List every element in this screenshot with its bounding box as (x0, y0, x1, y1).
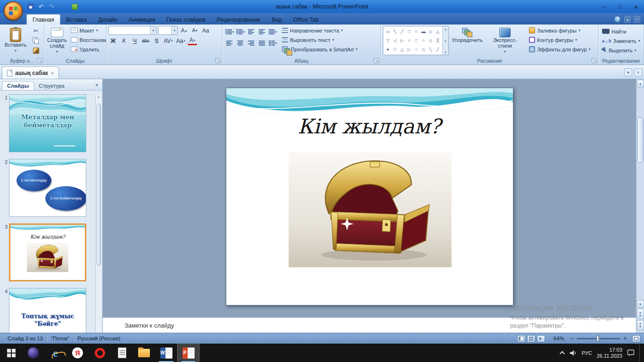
change-case-button[interactable]: Aa▾ (175, 36, 186, 45)
tab-animation[interactable]: Анимация (123, 15, 161, 25)
normal-view-button[interactable] (517, 335, 525, 342)
shape-glyph[interactable]: ● (387, 47, 389, 52)
shape-glyph[interactable]: ◇ (422, 47, 425, 52)
scroll-down-button[interactable]: ▼ (637, 300, 644, 308)
convert-smartart-button[interactable]: Преобразовать в SmartArt ▾ (281, 45, 359, 54)
shape-glyph[interactable]: ▭ (386, 29, 390, 34)
vertical-scrollbar[interactable]: ▲ ▼ ▲▲ ▼▼ (636, 79, 644, 333)
shape-glyph[interactable]: ╲ (429, 47, 432, 52)
shape-glyph[interactable]: ◁ (393, 38, 396, 43)
increase-indent-button[interactable] (257, 27, 267, 36)
office-tab-addin-icon[interactable] (72, 4, 78, 10)
shapes-gallery-scrollbar[interactable]: ▴ ▾ ▾ (442, 26, 448, 55)
taskbar-app-internet-explorer[interactable]: e (44, 344, 66, 362)
zoom-slider-thumb[interactable] (596, 336, 600, 342)
align-text-button[interactable]: Выровнять текст ▾ (281, 35, 359, 44)
shape-glyph[interactable]: △ (400, 47, 404, 52)
shape-glyph[interactable]: ╱ (401, 29, 403, 34)
copy-button[interactable] (31, 36, 41, 45)
scrollbar-track[interactable] (636, 88, 644, 300)
zoom-in-button[interactable]: + (622, 335, 628, 342)
font-dialog-launcher[interactable]: ↘ (215, 58, 221, 63)
slide-sorter-view-button[interactable] (527, 335, 535, 342)
tab-design[interactable]: Дизайн (92, 15, 123, 25)
fit-slide-to-window-button[interactable] (632, 335, 640, 342)
next-slide-button[interactable]: ▼▼ (637, 320, 644, 330)
shapes-scroll-up-icon[interactable]: ▴ (445, 27, 446, 31)
current-slide[interactable]: Кім жылдам? (226, 88, 513, 305)
layout-button[interactable]: Макет ▾ (69, 26, 107, 35)
italic-button[interactable]: К (119, 36, 129, 45)
treasure-chest-image[interactable] (288, 152, 453, 267)
shape-fill-button[interactable]: Заливка фигуры ▾ (528, 26, 592, 35)
maximize-button[interactable]: □ (612, 0, 628, 13)
taskbar-app-notepad[interactable] (111, 344, 133, 362)
taskbar-app-browser-ball[interactable] (22, 344, 44, 362)
shape-glyph[interactable]: □ (408, 29, 410, 34)
replace-button[interactable]: a↔b Заменить ▾ (601, 36, 642, 45)
slide-2-thumbnail[interactable]: 1-топ Металдар 2-топ Бейметалдар (9, 159, 86, 217)
tab-review[interactable]: Рецензирование (211, 15, 266, 25)
redo-button[interactable]: ↷ (47, 2, 56, 11)
shape-glyph[interactable]: ◇ (429, 38, 432, 43)
delete-slide-button[interactable]: × Удалить (69, 45, 107, 54)
line-spacing-button[interactable]: ▾ (268, 27, 278, 36)
slide-4-thumbnail[interactable]: Топтық жұмыс "Бәйге" (9, 288, 86, 333)
shape-glyph[interactable]: □ (394, 47, 396, 52)
slide-title-placeholder[interactable]: Кім жылдам? (226, 115, 513, 138)
format-painter-button[interactable] (31, 46, 41, 55)
shape-effects-button[interactable]: Эффекты для фигур ▾ (528, 45, 592, 54)
zoom-level[interactable]: 64% (552, 336, 566, 341)
bold-button[interactable]: Ж (108, 36, 118, 45)
zoom-slider[interactable] (577, 338, 620, 339)
shapes-scroll-down-icon[interactable]: ▾ (445, 39, 446, 42)
grow-font-button[interactable]: А▴ (179, 26, 189, 35)
pane-close-icon[interactable]: × (93, 82, 100, 90)
scroll-up-button[interactable]: ▲ (637, 80, 644, 87)
pane-scrollbar-thumb[interactable] (97, 104, 101, 265)
font-size-combo[interactable]: ▾ (158, 26, 178, 35)
doctab-close-button[interactable]: × (634, 68, 642, 76)
paste-button[interactable]: Вставить ▾ (2, 26, 29, 57)
drawing-dialog-launcher[interactable]: ↘ (592, 58, 597, 63)
character-spacing-button[interactable]: AV▾ (163, 36, 174, 45)
zoom-out-button[interactable]: − (568, 335, 575, 342)
shape-glyph[interactable]: □ (415, 38, 417, 43)
clipboard-dialog-launcher[interactable]: ↘ (37, 58, 42, 63)
bullets-button[interactable]: ▾ (224, 27, 234, 36)
paragraph-dialog-launcher[interactable]: ↘ (374, 58, 379, 63)
quick-styles-button[interactable]: Экспресс-стили ▾ (486, 26, 524, 57)
slide-canvas[interactable]: Кім жылдам? (103, 79, 636, 317)
start-button[interactable] (0, 344, 22, 362)
shape-glyph[interactable]: ☆ (414, 47, 418, 52)
tab-insert[interactable]: Вставка (60, 15, 93, 25)
qat-customize-button[interactable]: ▾ (58, 2, 66, 11)
slide-1-thumbnail[interactable]: Металдар мен бейметалдар (9, 94, 86, 152)
tab-slides[interactable]: Слайды (2, 81, 34, 90)
clear-formatting-button[interactable]: Aa (201, 26, 210, 35)
shape-glyph[interactable]: ○ (408, 38, 410, 43)
slide-3-thumbnail-selected[interactable]: Кім жылдам? (9, 223, 86, 281)
shapes-more-icon[interactable]: ▾ (445, 50, 446, 54)
keyboard-language-indicator[interactable]: РУС (582, 350, 592, 356)
numbering-button[interactable]: ▾ (235, 27, 245, 36)
new-slide-button[interactable]: ✶ Создать слайд ▾ (46, 26, 68, 57)
find-button[interactable]: Найти (601, 27, 642, 36)
shape-glyph[interactable]: ▬ (421, 29, 426, 34)
ribbon-options-button[interactable]: ─ (634, 16, 640, 23)
shape-glyph[interactable]: ▽ (386, 38, 389, 43)
close-button[interactable]: × (628, 0, 644, 13)
taskbar-clock[interactable]: 17:03 26.11.2023 (597, 347, 622, 359)
save-button[interactable] (26, 2, 35, 11)
tab-outline[interactable]: Структура (34, 82, 69, 90)
align-right-button[interactable] (246, 39, 256, 48)
taskbar-app-explorer[interactable] (133, 344, 155, 362)
taskbar-app-powerpoint-active[interactable]: P (177, 344, 199, 362)
language-indicator[interactable]: Русский (Россия) (74, 336, 124, 341)
pane-scrollbar[interactable]: ▴ (95, 94, 101, 333)
tab-slideshow[interactable]: Показ слайдов (161, 15, 211, 25)
shape-glyph[interactable]: ╱ (437, 47, 439, 52)
pane-scroll-up-icon[interactable]: ▴ (98, 95, 99, 98)
notes-pane[interactable]: Заметки к слайду (103, 317, 636, 333)
document-tab[interactable]: ашық сабак × (2, 66, 59, 79)
